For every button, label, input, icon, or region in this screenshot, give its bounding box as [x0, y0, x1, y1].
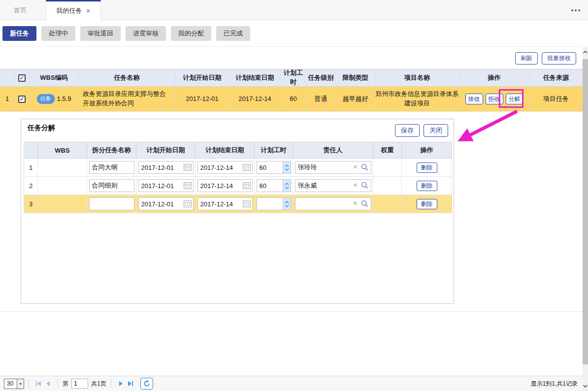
- tab-close-icon[interactable]: ✕: [86, 8, 90, 14]
- split-task-name-input[interactable]: [89, 161, 134, 174]
- calendar-icon[interactable]: [243, 163, 251, 171]
- plan-start-date: 2017-12-01: [175, 87, 229, 111]
- hours-spinner[interactable]: [283, 161, 291, 174]
- refresh-button[interactable]: 刷新: [515, 52, 538, 65]
- search-icon[interactable]: [361, 182, 368, 189]
- split-col-owner: 责任人: [293, 142, 373, 158]
- pager-divider: [111, 379, 111, 388]
- page-size-value: 30: [4, 379, 17, 389]
- delete-button[interactable]: 删除: [417, 199, 437, 209]
- first-page-button[interactable]: [33, 379, 43, 389]
- owner-input[interactable]: [295, 197, 371, 210]
- split-task-name-input[interactable]: [89, 197, 134, 210]
- col-header-end-date: 计划结束日期: [229, 69, 281, 86]
- col-header-start-date: 计划开始日期: [175, 69, 229, 86]
- search-icon[interactable]: [361, 163, 368, 171]
- task-type-badge: 任务: [37, 94, 55, 104]
- project-name: 郑州市政务信息资源目录体系建设项目: [375, 87, 459, 111]
- split-row-index: 3: [24, 195, 38, 213]
- spinner-down-icon[interactable]: [285, 205, 289, 207]
- page-number-input[interactable]: [71, 379, 88, 389]
- delete-button[interactable]: 删除: [417, 163, 437, 173]
- hours-input[interactable]: [257, 161, 283, 174]
- clear-icon[interactable]: ✕: [353, 182, 358, 188]
- hours-input[interactable]: [257, 179, 283, 192]
- filter-completed[interactable]: 已完成: [216, 26, 250, 41]
- row-checkbox[interactable]: ✓: [18, 96, 26, 103]
- hours-input[interactable]: [257, 197, 283, 210]
- split-col-hours: 计划工时: [255, 142, 293, 158]
- calendar-icon[interactable]: [243, 200, 251, 207]
- split-task-name-input[interactable]: [89, 179, 134, 192]
- table-toolbar: 刷新 批量接收: [515, 52, 576, 65]
- batch-receive-button[interactable]: 批量接收: [542, 52, 576, 65]
- more-menu-icon[interactable]: [571, 9, 580, 11]
- prev-page-button[interactable]: [43, 379, 53, 389]
- spinner-up-icon[interactable]: [285, 183, 289, 185]
- delete-button[interactable]: 删除: [417, 181, 437, 191]
- pagination-bar: 30 ▼ 第 共1页 显示1到1,共1记录: [0, 376, 583, 391]
- next-page-button[interactable]: [116, 379, 126, 389]
- last-page-button[interactable]: [126, 379, 135, 389]
- calendar-icon[interactable]: [243, 182, 251, 189]
- filter-my-assignment[interactable]: 我的分配: [171, 26, 211, 41]
- tab-my-tasks[interactable]: 我的任务 ✕: [46, 0, 101, 20]
- close-button[interactable]: 关闭: [424, 124, 448, 137]
- split-wbs-cell: [38, 159, 87, 176]
- col-header-index: [0, 69, 15, 86]
- split-row-new: 3: [24, 195, 452, 213]
- task-row[interactable]: 1 ✓ 任务 1.5.9 政务资源目录应用支撑与整合开放系统外协合同 2017-…: [0, 87, 583, 112]
- plan-end-date: 2017-12-14: [229, 87, 281, 111]
- search-icon[interactable]: [361, 200, 368, 207]
- accept-button[interactable]: 接收: [465, 94, 483, 104]
- split-row-index: 2: [24, 177, 38, 195]
- task-level: 普通: [306, 87, 336, 111]
- page-label: 第: [63, 380, 68, 388]
- owner-input[interactable]: [295, 179, 371, 192]
- clear-icon[interactable]: ✕: [353, 200, 358, 206]
- split-col-weight: 权重: [373, 142, 402, 158]
- weight-cell: [373, 195, 402, 213]
- filter-progress-review[interactable]: 进度审核: [126, 26, 166, 41]
- filter-processing[interactable]: 处理中: [41, 26, 75, 41]
- task-table: ✓ WBS编码 任务名称 计划开始日期 计划结束日期 计划工时 任务级别 限制类…: [0, 69, 583, 112]
- scrollbar-thumb[interactable]: [583, 59, 588, 364]
- panel-title: 任务分解: [28, 124, 55, 132]
- task-split-panel: 任务分解 保存 关闭 WBS 拆分任务名称 计划开始日期 计划结束日期 计划工时…: [21, 119, 454, 304]
- tab-home[interactable]: 首页: [14, 0, 27, 20]
- hours-spinner[interactable]: [283, 179, 291, 192]
- split-col-wbs: WBS: [38, 142, 87, 158]
- calendar-icon[interactable]: [184, 163, 192, 171]
- filter-approval-returned[interactable]: 审批退回: [80, 26, 121, 41]
- filter-new-task[interactable]: 新任务: [2, 26, 36, 41]
- split-col-name: 拆分任务名称: [87, 142, 136, 158]
- split-row: 2: [24, 177, 452, 195]
- select-all-checkbox[interactable]: ✓: [18, 74, 26, 82]
- scroll-up-icon[interactable]: [583, 47, 588, 57]
- spinner-up-icon[interactable]: [285, 164, 289, 167]
- hours-spinner[interactable]: [283, 197, 291, 210]
- split-col-end: 计划结束日期: [196, 142, 255, 158]
- scroll-down-icon[interactable]: [583, 381, 588, 391]
- vertical-scrollbar[interactable]: [583, 47, 588, 391]
- col-header-select: ✓: [15, 69, 30, 86]
- col-header-level: 任务级别: [306, 69, 336, 86]
- save-button[interactable]: 保存: [395, 124, 420, 137]
- spinner-down-icon[interactable]: [285, 187, 289, 189]
- calendar-icon[interactable]: [184, 182, 192, 189]
- task-table-header: ✓ WBS编码 任务名称 计划开始日期 计划结束日期 计划工时 任务级别 限制类…: [0, 69, 583, 87]
- clear-icon[interactable]: ✕: [353, 164, 358, 170]
- reload-button[interactable]: [140, 378, 153, 390]
- col-header-constraint: 限制类型: [336, 69, 375, 86]
- page-size-select[interactable]: 30 ▼: [4, 379, 24, 389]
- total-pages-label: 共1页: [91, 380, 106, 388]
- weight-cell: [373, 159, 402, 176]
- owner-input[interactable]: [295, 161, 371, 174]
- wbs-code: 1.5.9: [57, 95, 71, 104]
- calendar-icon[interactable]: [184, 200, 192, 207]
- spinner-down-icon[interactable]: [285, 168, 289, 171]
- pager-divider: [29, 379, 29, 388]
- constraint-type: 越早越好: [336, 87, 375, 111]
- spinner-up-icon[interactable]: [285, 201, 289, 203]
- plan-hours: 60: [281, 87, 306, 111]
